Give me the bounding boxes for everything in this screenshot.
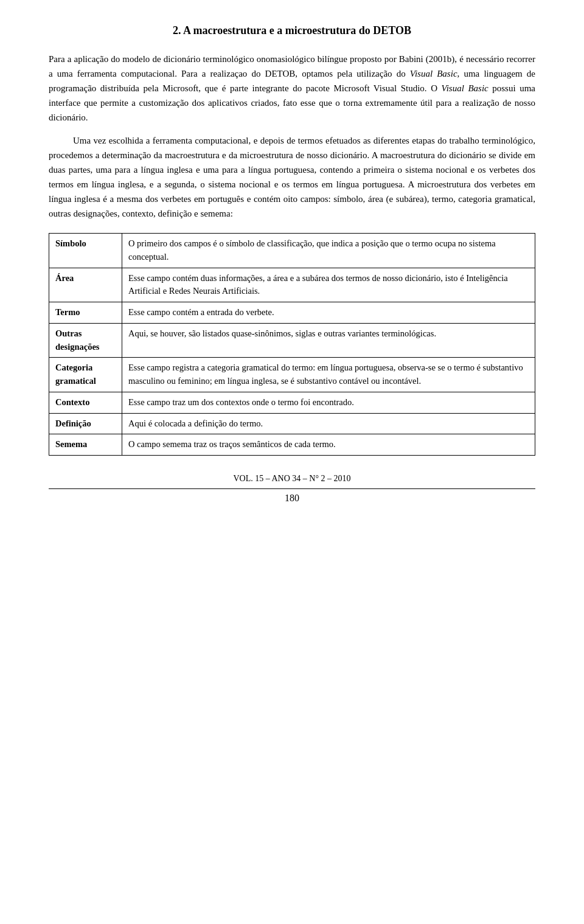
table-row: DefiniçãoAqui é colocada a definição do … — [49, 413, 535, 434]
table-description-cell: O campo semema traz os traços semânticos… — [122, 434, 535, 456]
paragraph-1: Para a aplicação do modelo de dicionário… — [49, 52, 535, 125]
as-text: as — [363, 136, 371, 145]
table-label-cell: Definição — [49, 413, 122, 434]
table-row: SímboloO primeiro dos campos é o símbolo… — [49, 234, 535, 268]
table-label-cell: Contexto — [49, 392, 122, 413]
table-label-cell: Termo — [49, 302, 122, 324]
table-label-cell: Área — [49, 268, 122, 302]
table-description-cell: Esse campo registra a categoria gramatic… — [122, 358, 535, 392]
table-label-cell: Categoriagramatical — [49, 358, 122, 392]
footer-page-number: 180 — [49, 493, 535, 504]
table-label-cell: Outrasdesignações — [49, 323, 122, 358]
table-row: SememaO campo semema traz os traços semâ… — [49, 434, 535, 456]
table-description-cell: Esse campo traz um dos contextos onde o … — [122, 392, 535, 413]
table-description-cell: O primeiro dos campos é o símbolo de cla… — [122, 234, 535, 268]
table-description-cell: Aqui, se houver, são listados quase-sinô… — [122, 323, 535, 358]
table-description-cell: Aqui é colocada a definição do termo. — [122, 413, 535, 434]
table-row: TermoEsse campo contém a entrada do verb… — [49, 302, 535, 324]
page: 2. A macroestrutura e a microestrutura d… — [0, 0, 584, 924]
table-row: ContextoEsse campo traz um dos contextos… — [49, 392, 535, 413]
footer-divider — [49, 488, 535, 489]
footer-vol: VOL. 15 – ANO 34 – N° 2 – 2010 — [49, 474, 535, 484]
table-label-cell: Símbolo — [49, 234, 122, 268]
table-row: OutrasdesignaçõesAqui, se houver, são li… — [49, 323, 535, 358]
table-row: ÁreaEsse campo contém duas informações, … — [49, 268, 535, 302]
table-description-cell: Esse campo contém a entrada do verbete. — [122, 302, 535, 324]
section-title: 2. A macroestrutura e a microestrutura d… — [49, 24, 535, 37]
table-label-cell: Semema — [49, 434, 122, 456]
paragraph-1-text: Para a aplicação do modelo de dicionário… — [49, 52, 535, 125]
table-row: CategoriagramaticalEsse campo registra a… — [49, 358, 535, 392]
table-description-cell: Esse campo contém duas informações, a ár… — [122, 268, 535, 302]
paragraph-2: Uma vez escolhida a ferramenta computaci… — [49, 133, 535, 221]
paragraph-2-text: Uma vez escolhida a ferramenta computaci… — [49, 133, 535, 221]
microstructure-table: SímboloO primeiro dos campos é o símbolo… — [49, 233, 535, 456]
